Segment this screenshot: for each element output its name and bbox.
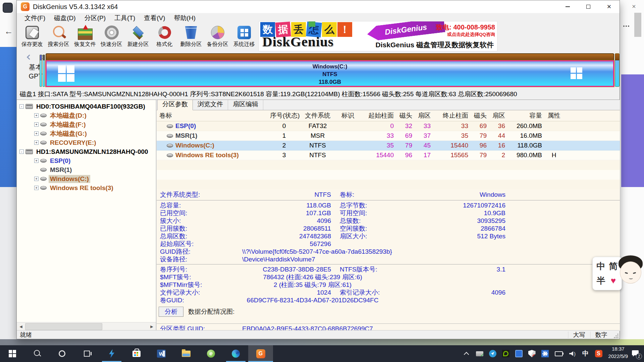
recovery-partition-block[interactable] — [615, 53, 620, 87]
tray-messenger-icon[interactable] — [489, 350, 496, 357]
toolbar-button[interactable]: 新建分区 — [125, 24, 151, 51]
toolbar-button[interactable]: 备份分区 — [204, 24, 231, 51]
action-center-icon[interactable]: 2 — [631, 350, 640, 358]
scroll-left-icon[interactable]: ◀ — [17, 322, 25, 331]
horizontal-scrollbar[interactable]: ◀ ▶ — [17, 322, 156, 330]
resize-grip-icon[interactable] — [613, 333, 619, 339]
column-header[interactable]: 容量 — [508, 111, 545, 120]
menu-item-文件(F)[interactable]: 文件(F) — [20, 13, 50, 23]
taskbar-button-edge[interactable] — [223, 345, 248, 362]
tree-expander-icon[interactable]: - — [19, 149, 24, 154]
table-row[interactable]: Windows RE tools(3)3NTFS1544096171556579… — [157, 150, 620, 160]
tree-expander-icon[interactable]: + — [34, 113, 39, 118]
tray-chevron-up-icon[interactable] — [463, 350, 470, 357]
tree-item[interactable]: +RECOVERY(E:) — [17, 138, 156, 147]
tray-snowflake-icon[interactable] — [541, 350, 549, 357]
toolbar-button[interactable]: 恢复文件 — [72, 24, 98, 51]
tree-item[interactable]: +Windows RE tools(3) — [17, 183, 156, 192]
tray-sogou-icon[interactable]: S — [595, 350, 602, 357]
toolbar-button[interactable]: 搜索分区 — [45, 24, 72, 51]
tree-item[interactable]: +本地磁盘(D:) — [17, 111, 156, 120]
tree-item[interactable]: MSR(1) — [17, 165, 156, 174]
browser-tab-icon[interactable] — [3, 3, 13, 13]
toolbar-button[interactable]: 格式化 — [151, 24, 178, 51]
windows-c-partition-block[interactable]: Windows(C:) NTFS 118.0GB — [46, 60, 614, 87]
tree-item[interactable]: +Windows(C:) — [17, 174, 156, 183]
tab-sector-edit[interactable]: 扇区编辑 — [228, 100, 263, 110]
tree-expander-icon[interactable]: - — [19, 104, 24, 109]
taskbar-button-start[interactable] — [0, 345, 25, 362]
menu-item-分区(P)[interactable]: 分区(P) — [80, 13, 110, 23]
tree-expander-icon[interactable]: + — [34, 186, 39, 190]
table-row[interactable]: ESP(0)0FAT3203233336936260.0MB — [157, 121, 620, 131]
taskbar-button-search[interactable] — [25, 345, 50, 362]
toolbar-button[interactable]: 保存更改 — [19, 24, 45, 51]
tree-expander-icon[interactable]: + — [34, 159, 39, 163]
minimize-button[interactable] — [557, 0, 578, 13]
scrollbar-track[interactable] — [25, 322, 148, 330]
taskbar-clock[interactable]: 18:37 2022/5/9 — [608, 345, 628, 362]
taskbar-button-taskview[interactable] — [74, 345, 99, 362]
tray-ime-chinese-icon[interactable]: 中 — [582, 350, 589, 357]
tree-expander-icon[interactable]: + — [34, 131, 39, 136]
title-bar[interactable]: G DiskGenius V5.4.3.1342 x64 × — [17, 0, 620, 13]
tab-partition-params[interactable]: 分区参数 — [157, 100, 193, 110]
tree-item[interactable]: +本地磁盘(G:) — [17, 129, 156, 138]
back-arrow-icon[interactable]: ← — [4, 26, 13, 37]
column-header[interactable]: 标识 — [334, 111, 361, 120]
tray-volume-icon[interactable] — [569, 350, 576, 357]
column-header[interactable]: 终止柱面 — [433, 111, 471, 120]
taskbar-button-cortana[interactable] — [50, 345, 74, 362]
taskbar-button-diskgenius[interactable]: G — [248, 345, 273, 362]
background-close-icon[interactable]: × — [632, 3, 636, 10]
column-header[interactable]: 磁头 — [471, 111, 489, 120]
toolbar-button[interactable]: 快速分区 — [98, 24, 125, 51]
tray-intel-graphics-icon[interactable] — [515, 350, 523, 357]
column-header[interactable]: 起始柱面 — [361, 111, 396, 120]
tree-expander-icon[interactable]: + — [34, 140, 39, 145]
column-header[interactable]: 文件系统 — [301, 111, 334, 120]
column-header[interactable]: 属性 — [545, 111, 563, 120]
msr-partition-block[interactable] — [43, 55, 45, 87]
menu-item-工具(T)[interactable]: 工具(T) — [110, 13, 140, 23]
tree-item[interactable]: +ESP(0) — [17, 156, 156, 165]
taskbar-button-explorer[interactable] — [174, 345, 199, 362]
tray-nvidia-icon[interactable] — [502, 350, 509, 357]
analyze-button[interactable]: 分析 — [159, 307, 183, 317]
tree-expander-icon[interactable]: + — [34, 177, 39, 181]
banner-qq-link[interactable]: 或点击此处选择QQ咨询 — [447, 32, 495, 38]
more-menu-icon[interactable] — [623, 22, 630, 28]
table-row[interactable]: Windows(C:)2NTFS357945154409616118.0GB — [157, 141, 620, 150]
ad-banner[interactable]: 数据丢怎么！ DiskGenius DiskGenius 致电: 400-008… — [259, 21, 497, 51]
ime-widget-char[interactable]: 半 — [597, 275, 605, 287]
background-scrollbar-thumb[interactable] — [634, 13, 641, 37]
column-header[interactable]: 扇区 — [489, 111, 508, 120]
tray-printer-check-icon[interactable] — [476, 351, 483, 356]
maximize-button[interactable] — [578, 0, 599, 13]
column-header[interactable]: 序号(状态) — [267, 111, 301, 120]
menu-item-帮助(H)[interactable]: 帮助(H) — [170, 13, 200, 23]
toolbar-button[interactable]: 系统迁移 — [231, 24, 257, 51]
scroll-right-icon[interactable]: ▶ — [148, 322, 156, 331]
taskbar-button-store[interactable] — [124, 345, 149, 362]
scrollbar-thumb[interactable] — [25, 323, 102, 330]
ime-widget-char[interactable]: 中 — [597, 260, 605, 272]
ime-mascot-face[interactable] — [616, 255, 644, 290]
ime-widget-char[interactable]: ♥ — [611, 276, 616, 286]
tree-item[interactable]: -HD1:SAMSUNGMZNLN128HAHQ-000 — [17, 147, 156, 156]
tray-battery-icon[interactable] — [554, 350, 563, 357]
tab-browse-files[interactable]: 浏览文件 — [193, 100, 228, 110]
tree-item[interactable]: +本地磁盘(F:) — [17, 120, 156, 129]
toolbar-button[interactable]: 删除分区 — [178, 24, 204, 51]
esp-partition-block[interactable] — [40, 55, 42, 87]
tray-defender-alert-icon[interactable] — [528, 350, 536, 357]
menu-item-磁盘(D)[interactable]: 磁盘(D) — [50, 13, 80, 23]
taskbar-button-word[interactable]: W — [149, 345, 174, 362]
column-header[interactable]: 卷标 — [157, 111, 267, 120]
close-button[interactable]: × — [599, 0, 620, 13]
column-header[interactable]: 扇区 — [415, 111, 433, 120]
taskbar-button-thunder[interactable] — [99, 345, 124, 362]
table-row[interactable]: MSR(1)1MSR33693735794416.0MB — [157, 131, 620, 141]
taskbar-button-ie[interactable]: e — [199, 345, 223, 362]
tree-item[interactable]: -HD0:TOSHIBAMQ04ABF100(932GB) — [17, 102, 156, 111]
